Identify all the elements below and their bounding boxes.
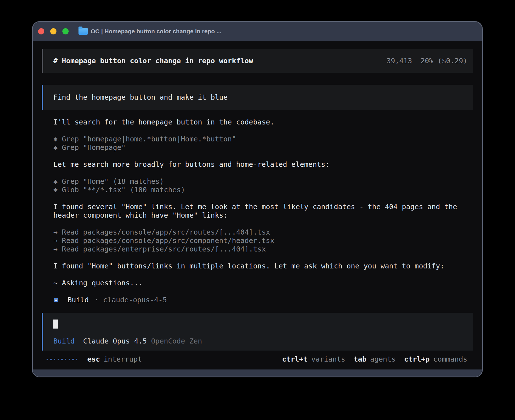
keyboard-hint: ctrl+tvariants — [282, 355, 345, 364]
status-bar: escinterrupt ctrl+tvariantstabagentsctrl… — [42, 355, 473, 364]
status-left: escinterrupt — [47, 355, 142, 364]
spinner-dot — [72, 359, 74, 360]
model-row: Build Claude Opus 4.5 OpenCode Zen — [53, 337, 473, 345]
session-header: # Homepage button color change in repo w… — [42, 49, 473, 73]
spinner-dot — [54, 359, 55, 360]
tool-asterisk-icon: ✱ — [53, 177, 62, 185]
user-message-text: Find the homepage button and make it blu… — [53, 93, 228, 102]
conversation-block: → Read packages/console/app/src/routes/[… — [53, 228, 473, 253]
session-title: # Homepage button color change in repo w… — [53, 57, 253, 65]
tool-call-line: ✱ Grep "homepage|home.*button|Home.*butt… — [53, 135, 473, 143]
session-stats: 39,41320% ($0.29) — [387, 57, 467, 65]
line-text: Read packages/console/app/src/routes/[..… — [62, 228, 270, 236]
hint-key: ctrl+p — [404, 355, 429, 363]
assistant-text-line: ~ Asking questions... — [53, 279, 473, 287]
hint-label: commands — [433, 355, 467, 363]
spinner-dot — [50, 359, 52, 360]
line-text: Grep "Home" (18 matches) — [62, 177, 164, 185]
conversation-block: Let me search more broadly for buttons a… — [53, 160, 473, 169]
line-text: ~ Asking questions... — [53, 279, 143, 287]
tool-call-line: → Read packages/console/app/src/componen… — [53, 237, 473, 245]
conversation-block: I found several "Home" links. Let me loo… — [53, 203, 473, 220]
titlebar: OC | Homepage button color change in rep… — [33, 22, 482, 41]
spinner-dot — [47, 359, 48, 360]
conversation: I'll search for the homepage button in t… — [42, 118, 473, 304]
conversation-block: Build·claude-opus-4-5 — [53, 296, 473, 304]
text-cursor — [53, 320, 58, 329]
tool-asterisk-icon: ✱ — [53, 186, 62, 194]
agent-model-name: claude-opus-4-5 — [103, 296, 167, 304]
hint-label: variants — [311, 355, 345, 363]
spinner-dot — [76, 359, 77, 360]
keyboard-hint: ctrl+pcommands — [404, 355, 467, 364]
assistant-text-line: I found "Home" buttons/links in multiple… — [53, 262, 473, 270]
assistant-text-line: I found several "Home" links. Let me loo… — [53, 203, 473, 220]
read-arrow-icon: → — [53, 245, 62, 253]
spinner-dot — [69, 359, 70, 360]
assistant-text-line: Let me search more broadly for buttons a… — [53, 160, 473, 169]
hint-label: agents — [370, 355, 396, 363]
spinner-dot — [65, 359, 66, 360]
keyboard-hints: ctrl+tvariantstabagentsctrl+pcommands — [282, 355, 467, 364]
terminal-window: OC | Homepage button color change in rep… — [32, 21, 483, 377]
agent-name: Build — [67, 296, 89, 304]
tool-asterisk-icon: ✱ — [53, 143, 62, 152]
read-arrow-icon: → — [53, 228, 62, 236]
spinner-dots — [47, 359, 77, 360]
tool-call-line: ✱ Grep "Homepage" — [53, 143, 473, 152]
conversation-block: I'll search for the homepage button in t… — [53, 118, 473, 126]
conversation-block: ✱ Grep "homepage|home.*button|Home.*butt… — [53, 135, 473, 152]
model-provider: OpenCode Zen — [151, 337, 202, 345]
build-agent-icon-inner — [55, 299, 57, 301]
line-text: Grep "homepage|home.*button|Home.*button… — [62, 135, 236, 143]
esc-key: esc — [87, 355, 100, 363]
tool-call-line: → Read packages/console/app/src/routes/[… — [53, 228, 473, 237]
build-agent-icon — [54, 298, 58, 302]
interrupt-label: interrupt — [104, 355, 142, 363]
zoom-button[interactable] — [62, 28, 69, 34]
tool-asterisk-icon: ✱ — [53, 135, 62, 143]
tool-call-line: ✱ Grep "Home" (18 matches) — [53, 177, 473, 186]
folder-icon — [78, 28, 88, 35]
context-usage: 20% ($0.29) — [420, 57, 467, 65]
traffic-lights — [38, 28, 69, 34]
line-text: I'll search for the homepage button in t… — [53, 118, 274, 126]
tool-call-line: → Read packages/enterprise/src/routes/[.… — [53, 245, 473, 253]
minimize-button[interactable] — [50, 28, 56, 34]
prompt-input[interactable]: Build Claude Opus 4.5 OpenCode Zen — [42, 313, 473, 351]
line-text: I found "Home" buttons/links in multiple… — [53, 262, 444, 270]
user-message: Find the homepage button and make it blu… — [42, 85, 473, 110]
window-bottom-edge — [33, 369, 482, 377]
line-text: Read packages/enterprise/src/routes/[...… — [62, 245, 266, 253]
tool-call-line: ✱ Glob "**/*.tsx" (100 matches) — [53, 186, 473, 194]
interrupt-hint: escinterrupt — [87, 355, 142, 364]
line-text: Let me search more broadly for buttons a… — [53, 160, 329, 169]
assistant-text-line: I'll search for the homepage button in t… — [53, 118, 473, 126]
active-model: Claude Opus 4.5 — [83, 337, 147, 345]
separator-dot-icon: · — [94, 296, 99, 304]
close-button[interactable] — [38, 28, 44, 34]
line-text: Glob "**/*.tsx" (100 matches) — [62, 186, 185, 194]
line-text: Grep "Homepage" — [62, 143, 126, 152]
terminal-content: # Homepage button color change in repo w… — [33, 41, 482, 369]
active-agent: Build — [53, 337, 75, 345]
spinner-dot — [61, 359, 63, 360]
conversation-block: I found "Home" buttons/links in multiple… — [53, 262, 473, 270]
spinner-dot — [58, 359, 59, 360]
conversation-block: ✱ Grep "Home" (18 matches)✱ Glob "**/*.t… — [53, 177, 473, 194]
line-text: Read packages/console/app/src/component/… — [62, 237, 274, 245]
window-title: OC | Homepage button color change in rep… — [91, 28, 221, 35]
agent-status-row: Build·claude-opus-4-5 — [53, 296, 473, 304]
keyboard-hint: tabagents — [354, 355, 396, 364]
hint-key: tab — [354, 355, 366, 363]
conversation-block: ~ Asking questions... — [53, 279, 473, 287]
line-text: I found several "Home" links. Let me loo… — [53, 203, 457, 219]
token-count: 39,413 — [387, 57, 412, 65]
read-arrow-icon: → — [53, 237, 62, 245]
hint-key: ctrl+t — [282, 355, 307, 363]
